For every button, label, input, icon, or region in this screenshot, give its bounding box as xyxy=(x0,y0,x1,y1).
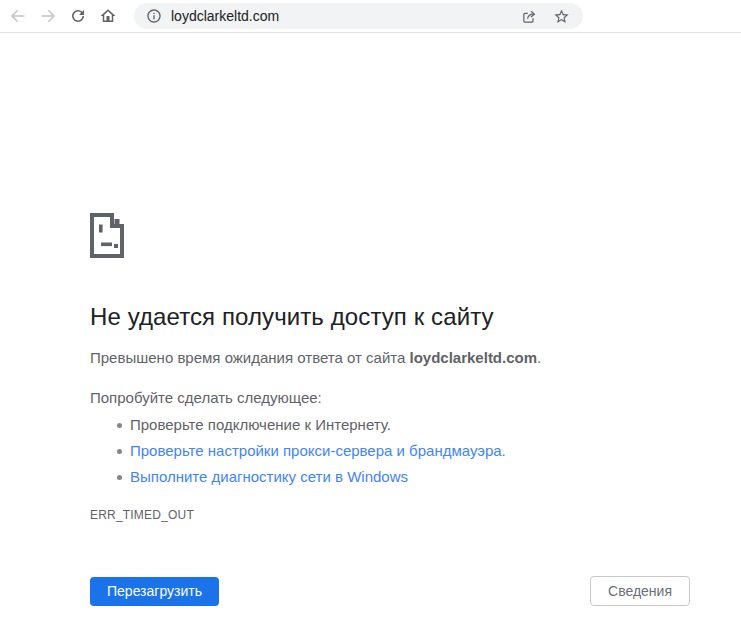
error-message-prefix: Превышено время ожидания ответа от сайта xyxy=(90,349,410,366)
suggestion-check-proxy: Проверьте настройки прокси-сервера и бра… xyxy=(90,441,690,461)
fold-corner xyxy=(115,219,120,224)
forward-button[interactable] xyxy=(34,2,62,30)
reload-button[interactable] xyxy=(64,2,92,30)
url-text: loydclarkeltd.com xyxy=(171,8,279,24)
suggestions-list: Проверьте подключение к Интернету. Прове… xyxy=(90,415,690,487)
forward-arrow-icon xyxy=(39,7,57,25)
error-title: Не удается получить доступ к сайту xyxy=(90,302,690,332)
back-arrow-icon xyxy=(9,7,27,25)
mouth xyxy=(101,243,112,247)
network-diagnostics-link[interactable]: Выполните диагностику сети в Windows xyxy=(130,468,408,485)
home-button[interactable] xyxy=(94,2,122,30)
browser-toolbar: loydclarkeltd.com xyxy=(0,0,741,33)
share-button[interactable] xyxy=(517,4,541,28)
address-bar[interactable]: loydclarkeltd.com xyxy=(134,3,583,29)
eye xyxy=(99,225,103,233)
reload-page-button[interactable]: Перезагрузить xyxy=(90,577,219,606)
error-message-suffix: . xyxy=(537,349,541,366)
suggestion-run-diagnostics: Выполните диагностику сети в Windows xyxy=(90,467,690,487)
details-button[interactable]: Сведения xyxy=(590,576,690,606)
bookmark-star-icon xyxy=(553,8,570,25)
home-icon xyxy=(99,7,117,25)
buttons-row: Перезагрузить Сведения xyxy=(90,576,690,606)
suggestion-text: Проверьте подключение к Интернету. xyxy=(130,416,391,433)
proxy-settings-link[interactable]: Проверьте настройки прокси-сервера и бра… xyxy=(130,442,506,459)
error-domain: loydclarkeltd.com xyxy=(410,349,538,366)
page-info-icon[interactable] xyxy=(146,8,162,24)
back-button[interactable] xyxy=(4,2,32,30)
suggestion-check-connection: Проверьте подключение к Интернету. xyxy=(90,415,690,435)
suggestions-label: Попробуйте сделать следующее: xyxy=(90,388,690,408)
sad-file-icon xyxy=(90,213,124,258)
bookmark-button[interactable] xyxy=(549,4,573,28)
error-code: ERR_TIMED_OUT xyxy=(90,508,690,522)
reload-icon xyxy=(69,7,87,25)
error-message: Превышено время ожидания ответа от сайта… xyxy=(90,348,690,368)
share-icon xyxy=(521,8,538,25)
mouth-dot xyxy=(114,244,118,248)
error-page: Не удается получить доступ к сайту Превы… xyxy=(0,33,741,606)
